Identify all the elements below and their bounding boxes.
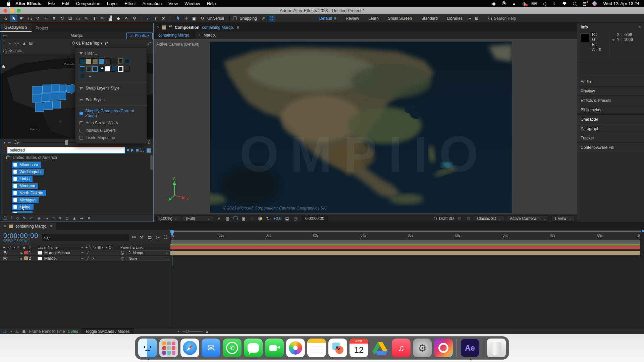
snapping-label[interactable]: Snapping [240, 16, 257, 21]
spotlight-icon[interactable] [572, 1, 577, 6]
local-axis-mode-icon[interactable]: ⫯ [144, 15, 151, 22]
help-search[interactable]: Search Help [488, 16, 642, 21]
menubar-item[interactable]: Effect [121, 1, 139, 6]
style-swatch[interactable] [79, 73, 85, 79]
dock-launchpad-icon[interactable] [159, 339, 178, 357]
layer-duration-bar[interactable] [170, 245, 644, 249]
collapsed-panel-tab[interactable]: Preview [577, 86, 644, 96]
menubar-item[interactable]: View [165, 1, 181, 6]
snap-features-icon[interactable]: ↗ [260, 15, 267, 22]
layer-name[interactable]: Marqo. Anchor [44, 250, 70, 255]
style-filter-input[interactable]: Filter... [75, 50, 147, 57]
style-swatch[interactable] [92, 58, 98, 64]
dock-finder-icon[interactable] [138, 339, 157, 357]
hand-tool-icon[interactable]: ☛ [18, 15, 25, 22]
camera-dropdown[interactable]: Active Camera ...⌄ [507, 216, 549, 222]
renderer-dropdown[interactable]: Classic 3D⌄ [474, 216, 504, 222]
transparency-grid-icon[interactable]: ▦ [224, 216, 230, 221]
menubar-item[interactable]: Layer [104, 1, 121, 6]
graph-editor-icon[interactable]: ⛶ [164, 235, 167, 240]
state-checkbox[interactable] [13, 163, 17, 167]
screen-record-status-icon[interactable]: ◎ [522, 1, 527, 6]
style-swatch[interactable] [86, 66, 92, 72]
eraser-tool-icon[interactable]: ◆ [115, 15, 122, 22]
delete-icon[interactable]: ✕ [87, 216, 91, 221]
expand-panel-icon[interactable]: ⛶ [4, 216, 6, 221]
recording-status-icon[interactable]: ◉ [491, 1, 497, 6]
dock-trash-icon[interactable] [487, 339, 506, 357]
edit-styles-item[interactable]: ✂ Edit Styles [75, 96, 147, 104]
more-workspaces-icon[interactable]: » [469, 16, 471, 21]
zoom-out-mountain-icon[interactable]: ▲ [177, 330, 180, 333]
style-swatch[interactable] [124, 66, 130, 72]
gizmo-select-icon[interactable] [174, 15, 182, 22]
state-checkbox[interactable] [13, 177, 17, 181]
timeline-tab[interactable]: × containing Marqo. ≡ [0, 223, 56, 230]
toggle-switches-modes-button[interactable]: Toggle Switches / Modes [82, 328, 133, 335]
collapsed-panel-tab[interactable]: Paragraph [577, 124, 644, 133]
menubar-item[interactable]: Animation [139, 1, 165, 6]
mask-visibility-icon[interactable]: ▣ [240, 216, 247, 221]
state-row[interactable]: North Dakota [12, 190, 153, 196]
elevation-icon[interactable]: ▲ [72, 216, 76, 221]
user-icon[interactable]: ☗ [22, 329, 26, 334]
stamp-tool-icon[interactable]: ▟ [107, 15, 114, 22]
grammar-status-icon[interactable]: Ⓖ [501, 1, 507, 6]
lock-icon[interactable] [169, 26, 172, 29]
current-timecode[interactable]: 0:00:00:00 [3, 232, 39, 239]
workspace-tab[interactable]: Learn≡ [364, 15, 383, 21]
timeline-zoom-handle[interactable] [186, 330, 189, 333]
state-checkbox[interactable] [13, 205, 17, 209]
timeline-track-area[interactable]: 0s01s02s03s04s05s06s07s08s09s10s ⟟ [170, 230, 644, 328]
snap-bounds-icon[interactable]: ⛶ [268, 15, 275, 22]
link-zoom-icon[interactable]: ∞ [8, 140, 11, 145]
region-of-interest-icon[interactable] [233, 217, 238, 220]
transform-icon[interactable]: ▱ [51, 216, 54, 221]
comp-timecode[interactable]: 0:00:00:00 [302, 216, 328, 222]
place-mode-dropdown[interactable]: ⟐ 01 Place Top ▾ ⇄ [36, 41, 145, 46]
tree-country-row[interactable]: United States of America [0, 154, 153, 161]
control-center-icon[interactable]: ▤ [582, 1, 587, 6]
elevation-icon[interactable]: ▲ [22, 41, 26, 46]
collapsed-panel-tab[interactable]: Content-Aware Fill [577, 143, 644, 152]
layer-label-color[interactable] [24, 256, 28, 260]
track-row[interactable] [170, 245, 644, 250]
close-icon[interactable]: × [4, 224, 6, 229]
style-swatch[interactable] [99, 58, 104, 64]
style-swatch[interactable] [124, 58, 130, 64]
dock-mail-icon[interactable]: ✉ [202, 339, 220, 357]
workspace-tab[interactable]: Default≡ [315, 15, 340, 21]
dock-creativecloud-icon[interactable] [434, 339, 453, 357]
data-file-icon[interactable]: ▤ [29, 41, 33, 46]
style-swatch[interactable] [99, 66, 104, 72]
dock-settings-icon[interactable]: ⚙ [413, 339, 432, 357]
dock-aftereffects-icon[interactable]: Ae [461, 339, 479, 357]
tree-scrollbar[interactable] [150, 155, 153, 170]
volume-icon[interactable]: ◁) [542, 1, 547, 6]
panel-tab[interactable]: GEOlayers 3 [0, 23, 32, 32]
zoom-out-icon[interactable]: − [14, 140, 19, 145]
panel-menu-icon[interactable]: ≡ [638, 25, 641, 29]
menubar-item[interactable]: File [45, 1, 58, 6]
map-target-icon[interactable]: ⊕ [2, 64, 6, 69]
gizmo-position-icon[interactable]: ✛ [182, 15, 190, 22]
bluetooth-icon[interactable]: ᛒ [552, 1, 557, 6]
view-layout-dropdown[interactable]: 1 View⌄ [551, 216, 574, 222]
workspace-settings-icon[interactable]: ⊞ [473, 15, 480, 22]
universal-gizmo-label[interactable]: Universal [207, 16, 224, 21]
rectangle-tool-icon[interactable]: ▭ [74, 15, 82, 22]
draft-3d-icon[interactable]: ⚒ [140, 235, 144, 240]
menubar-item[interactable]: Window [181, 1, 203, 6]
style-option[interactable]: Auto Stroke Width [75, 119, 147, 127]
workspace-tab[interactable]: Small Screen≡ [384, 15, 416, 21]
visibility-eye-icon[interactable] [3, 251, 7, 254]
collapse-switch-icon[interactable]: ⚭ [81, 251, 84, 255]
style-option[interactable]: ✓ Simplify Geometry (Current Zoom) [75, 107, 147, 119]
state-row-clipped[interactable] [12, 211, 153, 213]
magnification-dropdown[interactable]: (100%)⌄ [156, 216, 180, 222]
rotate-tool-icon[interactable]: ↻ [58, 15, 66, 22]
play-filter-icon[interactable] [131, 148, 134, 152]
style-swatch[interactable] [92, 66, 98, 72]
keyboard-input-icon[interactable]: ⌨ [532, 1, 537, 6]
style-option[interactable]: Inside Mapcomp [75, 134, 147, 141]
